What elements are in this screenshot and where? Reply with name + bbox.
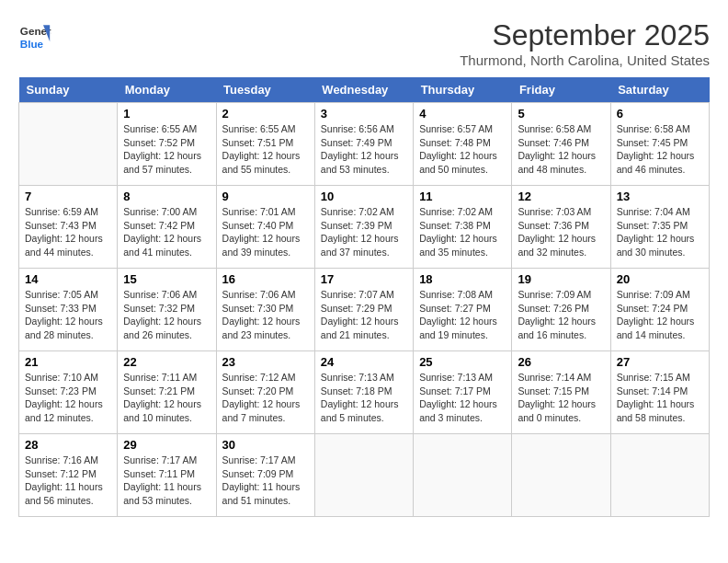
date-number: 21 [25, 355, 111, 369]
cell-info: Sunrise: 7:17 AM Sunset: 7:09 PM Dayligh… [222, 454, 309, 508]
cell-info: Sunrise: 7:09 AM Sunset: 7:26 PM Dayligh… [518, 288, 604, 342]
date-number: 28 [25, 438, 111, 452]
cell-info: Sunrise: 7:13 AM Sunset: 7:18 PM Dayligh… [321, 371, 407, 425]
calendar-cell: 10Sunrise: 7:02 AM Sunset: 7:39 PM Dayli… [314, 186, 413, 269]
date-number: 30 [222, 438, 309, 452]
date-number: 27 [617, 355, 703, 369]
date-number: 11 [419, 190, 506, 203]
month-title: September 2025 [460, 18, 710, 52]
date-number: 9 [222, 190, 309, 203]
week-row-3: 14Sunrise: 7:05 AM Sunset: 7:33 PM Dayli… [19, 269, 710, 351]
calendar-cell: 24Sunrise: 7:13 AM Sunset: 7:18 PM Dayli… [314, 351, 413, 434]
date-number: 1 [123, 107, 210, 121]
date-number: 15 [123, 272, 210, 286]
cell-info: Sunrise: 7:04 AM Sunset: 7:35 PM Dayligh… [617, 205, 703, 259]
date-number: 4 [419, 107, 506, 121]
location-title: Thurmond, North Carolina, United States [460, 52, 710, 68]
calendar-cell [19, 103, 118, 186]
calendar-cell: 11Sunrise: 7:02 AM Sunset: 7:38 PM Dayli… [414, 186, 512, 269]
date-number: 19 [518, 272, 604, 286]
calendar-cell: 18Sunrise: 7:08 AM Sunset: 7:27 PM Dayli… [414, 269, 512, 351]
calendar-cell: 12Sunrise: 7:03 AM Sunset: 7:36 PM Dayli… [512, 186, 610, 269]
cell-info: Sunrise: 7:06 AM Sunset: 7:30 PM Dayligh… [222, 288, 309, 342]
date-number: 23 [222, 355, 309, 369]
date-number: 8 [123, 190, 210, 203]
cell-info: Sunrise: 6:58 AM Sunset: 7:46 PM Dayligh… [518, 122, 604, 177]
calendar-cell: 9Sunrise: 7:01 AM Sunset: 7:40 PM Daylig… [216, 186, 314, 269]
date-number: 17 [321, 272, 407, 286]
cell-info: Sunrise: 7:05 AM Sunset: 7:33 PM Dayligh… [25, 288, 111, 342]
week-row-1: 1Sunrise: 6:55 AM Sunset: 7:52 PM Daylig… [19, 103, 710, 186]
cell-info: Sunrise: 7:07 AM Sunset: 7:29 PM Dayligh… [321, 288, 407, 342]
weekday-header-tuesday: Tuesday [216, 77, 314, 103]
date-number: 7 [25, 190, 111, 203]
cell-info: Sunrise: 7:03 AM Sunset: 7:36 PM Dayligh… [518, 205, 604, 259]
weekday-header-friday: Friday [512, 77, 610, 103]
logo-icon: General Blue [18, 18, 51, 52]
week-row-2: 7Sunrise: 6:59 AM Sunset: 7:43 PM Daylig… [19, 186, 710, 269]
calendar-cell: 23Sunrise: 7:12 AM Sunset: 7:20 PM Dayli… [216, 351, 314, 434]
calendar-cell: 3Sunrise: 6:56 AM Sunset: 7:49 PM Daylig… [314, 103, 413, 186]
weekday-header-saturday: Saturday [610, 77, 709, 103]
calendar-cell: 7Sunrise: 6:59 AM Sunset: 7:43 PM Daylig… [19, 186, 118, 269]
logo: General Blue [18, 18, 51, 52]
date-number: 6 [617, 107, 703, 121]
cell-info: Sunrise: 7:08 AM Sunset: 7:27 PM Dayligh… [419, 288, 506, 342]
calendar-cell [414, 434, 512, 517]
calendar-cell: 22Sunrise: 7:11 AM Sunset: 7:21 PM Dayli… [118, 351, 216, 434]
date-number: 12 [518, 190, 604, 203]
calendar-cell: 15Sunrise: 7:06 AM Sunset: 7:32 PM Dayli… [118, 269, 216, 351]
title-area: September 2025 Thurmond, North Carolina,… [460, 18, 710, 68]
weekday-header-wednesday: Wednesday [314, 77, 413, 103]
date-number: 3 [321, 107, 407, 121]
date-number: 18 [419, 272, 506, 286]
calendar-cell [314, 434, 413, 517]
page-header: General Blue September 2025 Thurmond, No… [18, 18, 710, 68]
calendar-cell: 19Sunrise: 7:09 AM Sunset: 7:26 PM Dayli… [512, 269, 610, 351]
calendar-cell: 29Sunrise: 7:17 AM Sunset: 7:11 PM Dayli… [118, 434, 216, 517]
date-number: 24 [321, 355, 407, 369]
calendar-cell: 14Sunrise: 7:05 AM Sunset: 7:33 PM Dayli… [19, 269, 118, 351]
cell-info: Sunrise: 6:55 AM Sunset: 7:52 PM Dayligh… [123, 122, 210, 177]
cell-info: Sunrise: 7:09 AM Sunset: 7:24 PM Dayligh… [617, 288, 703, 342]
cell-info: Sunrise: 7:10 AM Sunset: 7:23 PM Dayligh… [25, 371, 111, 425]
calendar-cell: 25Sunrise: 7:13 AM Sunset: 7:17 PM Dayli… [414, 351, 512, 434]
cell-info: Sunrise: 7:15 AM Sunset: 7:14 PM Dayligh… [617, 371, 703, 425]
week-row-5: 28Sunrise: 7:16 AM Sunset: 7:12 PM Dayli… [19, 434, 710, 517]
calendar-table: SundayMondayTuesdayWednesdayThursdayFrid… [18, 77, 710, 517]
cell-info: Sunrise: 7:02 AM Sunset: 7:38 PM Dayligh… [419, 205, 506, 259]
date-number: 25 [419, 355, 506, 369]
calendar-cell: 28Sunrise: 7:16 AM Sunset: 7:12 PM Dayli… [19, 434, 118, 517]
date-number: 5 [518, 107, 604, 121]
date-number: 16 [222, 272, 309, 286]
svg-text:Blue: Blue [20, 38, 44, 50]
calendar-cell: 6Sunrise: 6:58 AM Sunset: 7:45 PM Daylig… [610, 103, 709, 186]
calendar-cell: 17Sunrise: 7:07 AM Sunset: 7:29 PM Dayli… [314, 269, 413, 351]
calendar-cell: 13Sunrise: 7:04 AM Sunset: 7:35 PM Dayli… [610, 186, 709, 269]
calendar-cell: 4Sunrise: 6:57 AM Sunset: 7:48 PM Daylig… [414, 103, 512, 186]
calendar-cell: 2Sunrise: 6:55 AM Sunset: 7:51 PM Daylig… [216, 103, 314, 186]
calendar-cell [610, 434, 709, 517]
cell-info: Sunrise: 6:57 AM Sunset: 7:48 PM Dayligh… [419, 122, 506, 177]
cell-info: Sunrise: 7:11 AM Sunset: 7:21 PM Dayligh… [123, 371, 210, 425]
week-row-4: 21Sunrise: 7:10 AM Sunset: 7:23 PM Dayli… [19, 351, 710, 434]
date-number: 20 [617, 272, 703, 286]
date-number: 10 [321, 190, 407, 203]
calendar-cell: 20Sunrise: 7:09 AM Sunset: 7:24 PM Dayli… [610, 269, 709, 351]
calendar-cell [512, 434, 610, 517]
calendar-cell: 30Sunrise: 7:17 AM Sunset: 7:09 PM Dayli… [216, 434, 314, 517]
cell-info: Sunrise: 6:55 AM Sunset: 7:51 PM Dayligh… [222, 122, 309, 177]
cell-info: Sunrise: 7:16 AM Sunset: 7:12 PM Dayligh… [25, 454, 111, 508]
cell-info: Sunrise: 6:58 AM Sunset: 7:45 PM Dayligh… [617, 122, 703, 177]
calendar-cell: 21Sunrise: 7:10 AM Sunset: 7:23 PM Dayli… [19, 351, 118, 434]
cell-info: Sunrise: 7:06 AM Sunset: 7:32 PM Dayligh… [123, 288, 210, 342]
date-number: 14 [25, 272, 111, 286]
date-number: 13 [617, 190, 703, 203]
cell-info: Sunrise: 7:14 AM Sunset: 7:15 PM Dayligh… [518, 371, 604, 425]
weekday-header-monday: Monday [118, 77, 216, 103]
cell-info: Sunrise: 7:00 AM Sunset: 7:42 PM Dayligh… [123, 205, 210, 259]
cell-info: Sunrise: 7:01 AM Sunset: 7:40 PM Dayligh… [222, 205, 309, 259]
date-number: 26 [518, 355, 604, 369]
calendar-cell: 27Sunrise: 7:15 AM Sunset: 7:14 PM Dayli… [610, 351, 709, 434]
cell-info: Sunrise: 7:17 AM Sunset: 7:11 PM Dayligh… [123, 454, 210, 508]
